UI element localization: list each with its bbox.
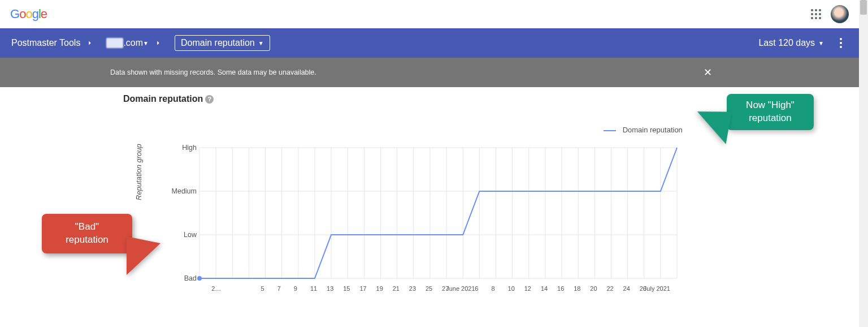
breadcrumb-domain[interactable]: .com ▼ bbox=[106, 38, 164, 48]
page-title-text: Domain reputation bbox=[123, 94, 203, 104]
notice-banner: Data shown with missing records. Some da… bbox=[0, 58, 859, 87]
page-title: Domain reputation ? bbox=[123, 94, 214, 104]
horizontal-gridlines bbox=[199, 148, 677, 278]
x-tick: 14 bbox=[541, 285, 548, 292]
vertical-gridlines bbox=[199, 148, 677, 278]
svg-point-11 bbox=[840, 46, 842, 48]
x-tick: 22 bbox=[606, 285, 613, 292]
annotation-bad-callout: "Bad"reputation bbox=[42, 214, 132, 253]
x-tick: 18 bbox=[574, 285, 580, 292]
x-tick: 5 bbox=[261, 285, 264, 292]
caret-down-icon: ▼ bbox=[818, 40, 824, 46]
x-tick: 13 bbox=[327, 285, 333, 292]
svg-point-9 bbox=[840, 38, 842, 40]
svg-point-6 bbox=[811, 17, 813, 19]
x-tick: 11 bbox=[310, 285, 317, 292]
notice-close-button[interactable]: ✕ bbox=[704, 66, 712, 79]
callout-line: reputation bbox=[66, 234, 108, 245]
timerange-selector[interactable]: Last 120 days ▼ bbox=[758, 38, 824, 48]
x-tick: 9 bbox=[294, 285, 297, 292]
report-label: Domain reputation bbox=[181, 38, 255, 48]
breadcrumb-root-label: Postmaster Tools bbox=[11, 38, 80, 48]
svg-point-8 bbox=[819, 17, 821, 19]
x-tick: 19 bbox=[376, 285, 383, 292]
x-tick: 23 bbox=[409, 285, 416, 292]
topbar: Google bbox=[0, 0, 859, 28]
series-line bbox=[199, 148, 677, 278]
avatar[interactable] bbox=[831, 5, 849, 23]
callout-line: Now "High" bbox=[746, 100, 795, 110]
x-tick: 7 bbox=[277, 285, 281, 292]
x-tick: 6 bbox=[475, 285, 478, 292]
notice-text: Data shown with missing records. Some da… bbox=[110, 68, 316, 76]
help-icon[interactable]: ? bbox=[205, 95, 214, 104]
google-logo[interactable]: Google bbox=[10, 7, 47, 21]
breadcrumb-domain-label: .com bbox=[123, 38, 143, 48]
scrollbar[interactable] bbox=[859, 0, 868, 327]
svg-point-4 bbox=[815, 13, 817, 15]
chevron-right-icon bbox=[154, 39, 162, 47]
x-tick: 20 bbox=[590, 285, 597, 292]
x-tick: July 2021 bbox=[644, 285, 670, 292]
breadcrumb-bar: Postmaster Tools .com ▼ Domain reputatio… bbox=[0, 28, 859, 58]
svg-point-3 bbox=[811, 13, 813, 15]
x-tick: 17 bbox=[359, 285, 366, 292]
callout-line: reputation bbox=[749, 113, 792, 123]
annotation-high-callout: Now "High"reputation bbox=[727, 94, 814, 130]
chart bbox=[134, 111, 683, 286]
timerange-label: Last 120 days bbox=[758, 38, 815, 48]
callout-line: "Bad" bbox=[75, 221, 99, 232]
first-point bbox=[197, 276, 202, 281]
x-tick: 12 bbox=[524, 285, 531, 292]
more-menu-icon[interactable] bbox=[834, 36, 848, 50]
breadcrumb-root[interactable]: Postmaster Tools bbox=[11, 38, 96, 48]
x-tick: 15 bbox=[343, 285, 350, 292]
svg-point-10 bbox=[840, 42, 842, 44]
x-tick: 25 bbox=[426, 285, 432, 292]
chevron-right-icon bbox=[86, 39, 94, 47]
caret-down-icon: ▼ bbox=[143, 40, 149, 46]
x-tick: 8 bbox=[491, 285, 494, 292]
x-tick: June 2021 bbox=[446, 285, 475, 292]
x-tick: 21 bbox=[393, 285, 400, 292]
apps-menu-button[interactable] bbox=[807, 5, 825, 23]
apps-grid-icon bbox=[811, 9, 821, 19]
svg-point-5 bbox=[819, 13, 821, 15]
svg-point-0 bbox=[811, 9, 813, 11]
caret-down-icon: ▼ bbox=[258, 40, 264, 46]
x-tick: 16 bbox=[557, 285, 564, 292]
callout-tail bbox=[127, 236, 160, 275]
x-tick: 24 bbox=[623, 285, 630, 292]
report-selector[interactable]: Domain reputation ▼ bbox=[175, 35, 270, 51]
callout-tail bbox=[692, 106, 731, 144]
svg-point-7 bbox=[815, 17, 817, 19]
blur-mask bbox=[106, 38, 123, 48]
svg-point-2 bbox=[819, 9, 821, 11]
x-tick: 2… bbox=[211, 285, 221, 292]
svg-point-1 bbox=[815, 9, 817, 11]
scroll-thumb[interactable] bbox=[860, 0, 867, 15]
x-tick: 10 bbox=[508, 285, 515, 292]
